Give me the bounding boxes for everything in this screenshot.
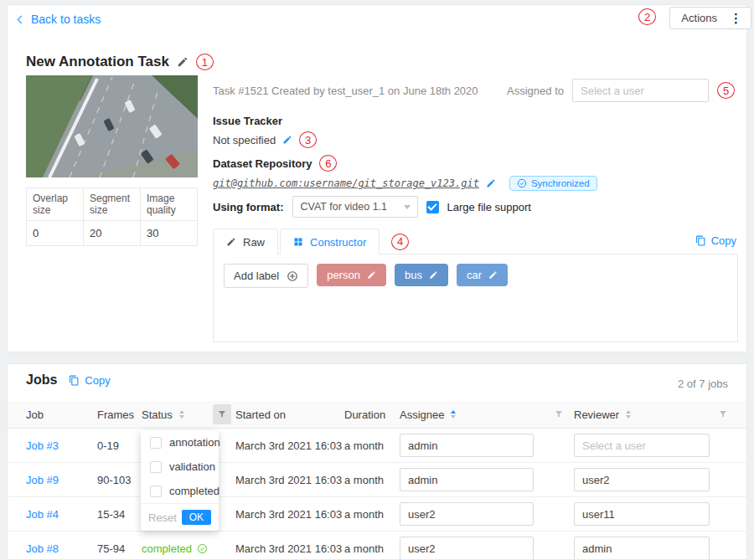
task-assignee-input[interactable]	[572, 79, 709, 102]
param-value-overlap: 0	[27, 221, 84, 246]
dataset-repository-section: Dataset Repository 6 git@github.com:user…	[213, 155, 597, 191]
duration-cell: a month	[344, 542, 400, 555]
actions-button[interactable]: Actions ⋮	[669, 7, 751, 29]
issue-tracker-section: Issue Tracker Not specified 3	[213, 115, 317, 148]
callout-5: 5	[717, 82, 735, 99]
copy-icon	[69, 375, 80, 386]
status-filter-icon[interactable]	[213, 404, 231, 424]
param-header-overlap: Overlap size	[27, 188, 84, 221]
assignee-sort-icon[interactable]	[451, 410, 456, 419]
task-preview-image	[26, 75, 198, 177]
edit-title-icon[interactable]	[177, 56, 188, 68]
assignee-input[interactable]	[400, 537, 534, 560]
filter-option-completed-label: completed	[169, 485, 219, 497]
reviewer-filter-icon[interactable]	[718, 409, 728, 419]
sync-check-icon	[517, 178, 527, 188]
assignee-input[interactable]	[400, 434, 534, 457]
assigned-to-row: Assigned to 5	[507, 79, 735, 102]
table-row: Job #3 0-19 March 3rd 2021 16:03 a month	[8, 429, 746, 463]
job-link[interactable]: Job #3	[26, 439, 97, 452]
checkbox-completed[interactable]	[150, 486, 162, 497]
filter-option-annotation[interactable]: annotation	[141, 430, 219, 455]
column-status: Status	[142, 404, 235, 424]
column-reviewer-label: Reviewer	[574, 408, 619, 421]
job-link[interactable]: Job #8	[26, 542, 97, 555]
duration-cell: a month	[344, 439, 400, 452]
filter-reset-button[interactable]: Reset	[148, 511, 177, 524]
column-status-label: Status	[142, 408, 173, 421]
checkbox-validation[interactable]	[150, 461, 162, 473]
jobs-title: Jobs	[26, 372, 57, 388]
add-label-button[interactable]: Add label	[224, 264, 308, 288]
table-row: Job #4 15-34 March 3rd 2021 16:03 a mont…	[8, 497, 746, 532]
jobs-copy-button[interactable]: Copy	[69, 374, 110, 387]
add-label-button-text: Add label	[234, 270, 279, 282]
chevron-left-icon	[18, 16, 26, 24]
callout-6: 6	[319, 155, 337, 172]
column-duration: Duration	[344, 408, 400, 421]
assignee-input[interactable]	[400, 502, 534, 526]
callout-1: 1	[196, 54, 214, 70]
checkbox-annotation[interactable]	[150, 437, 162, 449]
large-file-support-checkbox[interactable]	[426, 201, 439, 213]
reviewer-input[interactable]	[574, 537, 710, 560]
page: Back to tasks New Annotation Task 1	[0, 0, 754, 560]
reviewer-input[interactable]	[574, 434, 710, 457]
reviewer-input[interactable]	[574, 502, 710, 526]
jobs-copy-label: Copy	[85, 374, 110, 387]
started-cell: March 3rd 2021 16:03	[235, 439, 344, 452]
check-circle-icon	[197, 543, 208, 554]
frames-cell: 15-34	[97, 508, 142, 521]
reviewer-sort-icon[interactable]	[626, 410, 631, 419]
job-link[interactable]: Job #9	[26, 474, 97, 486]
assignee-filter-icon[interactable]	[554, 409, 564, 419]
task-detail-card: Back to tasks New Annotation Task 1	[7, 4, 747, 352]
column-job: Job	[26, 408, 97, 421]
job-link[interactable]: Job #4	[26, 508, 97, 521]
status-sort-icon[interactable]	[179, 410, 184, 419]
dataset-repository-url[interactable]: git@github.com:username/git_storage_v123…	[213, 177, 479, 189]
task-params-table: Overlap size Segment size Image quality …	[26, 188, 198, 246]
column-frames: Frames	[97, 408, 142, 421]
jobs-table-body: Job #3 0-19 March 3rd 2021 16:03 a month…	[8, 429, 746, 560]
labels-copy-button[interactable]: Copy	[695, 234, 736, 247]
edit-label-person-icon[interactable]	[367, 270, 376, 280]
reviewer-input[interactable]	[574, 468, 710, 491]
tab-raw-label: Raw	[243, 236, 265, 249]
label-chip-car[interactable]: car	[457, 264, 508, 286]
label-chip-bus-name: bus	[405, 269, 422, 281]
label-chip-bus[interactable]: bus	[395, 264, 448, 286]
tab-constructor-label: Constructor	[310, 236, 366, 249]
assignee-input[interactable]	[400, 468, 534, 491]
assigned-to-label: Assigned to	[507, 85, 564, 97]
status-completed-label: completed	[142, 542, 192, 555]
edit-issue-tracker-icon[interactable]	[282, 135, 292, 145]
format-select[interactable]: CVAT for video 1.1	[292, 196, 418, 218]
param-value-quality: 30	[141, 221, 198, 246]
using-format-label: Using format:	[213, 201, 284, 213]
callout-4: 4	[391, 234, 409, 250]
labels-tabs: Raw Constructor 4 Copy	[213, 229, 738, 254]
edit-label-bus-icon[interactable]	[429, 270, 438, 280]
callout-2: 2	[638, 8, 656, 25]
tab-raw[interactable]: Raw	[213, 229, 278, 254]
filter-option-completed[interactable]: completed	[141, 479, 219, 503]
column-assignee-label: Assignee	[400, 408, 444, 421]
highway-preview-illustration	[26, 75, 198, 177]
filter-option-annotation-label: annotation	[169, 436, 220, 449]
label-chip-person[interactable]: person	[317, 264, 386, 286]
raw-tab-icon	[226, 237, 236, 247]
back-to-tasks-link[interactable]: Back to tasks	[18, 13, 101, 26]
labels-copy-label: Copy	[711, 234, 736, 247]
tab-constructor[interactable]: Constructor	[280, 229, 380, 254]
label-chip-person-name: person	[327, 269, 360, 281]
callout-3: 3	[299, 131, 317, 148]
edit-repository-icon[interactable]	[486, 178, 496, 188]
param-header-quality: Image quality	[141, 188, 198, 221]
format-select-value: CVAT for video 1.1	[301, 201, 388, 213]
filter-option-validation[interactable]: validation	[141, 455, 219, 479]
filter-ok-button[interactable]: OK	[182, 510, 211, 525]
dataset-repository-label: Dataset Repository	[213, 157, 312, 170]
edit-label-car-icon[interactable]	[488, 270, 498, 280]
filter-footer: Reset OK	[141, 503, 219, 531]
